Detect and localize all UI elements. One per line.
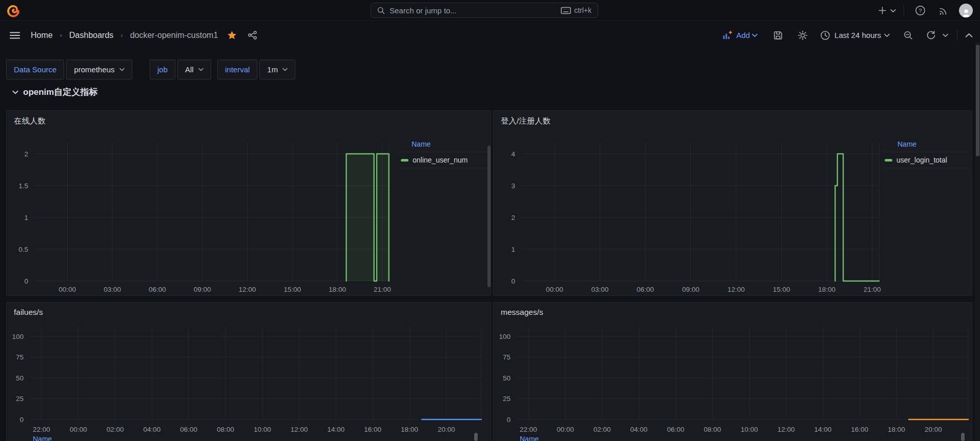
x-tick-label: 02:00 xyxy=(594,426,611,433)
grafana-logo[interactable] xyxy=(6,3,21,17)
page-scrollbar-thumb[interactable] xyxy=(976,45,979,156)
y-tick-label: 1 xyxy=(24,214,28,222)
row-openim-custom-metrics[interactable]: openim自定义指标 xyxy=(12,86,97,98)
share-icon xyxy=(248,30,257,40)
refresh-interval-chevron[interactable] xyxy=(943,33,948,37)
x-tick-label: 21:00 xyxy=(374,286,391,293)
legend-column-header[interactable]: Name xyxy=(33,435,52,441)
star-icon xyxy=(227,30,237,40)
zoom-out-time-button[interactable] xyxy=(903,30,913,41)
panel-title[interactable]: failues/s xyxy=(14,308,43,317)
plus-icon xyxy=(878,6,887,15)
chart-messages: 22:0000:0002:0004:0006:0008:0010:0012:00… xyxy=(494,303,972,441)
chevron-down-icon xyxy=(12,90,18,94)
x-tick-label: 09:00 xyxy=(194,286,211,293)
chevron-down-icon xyxy=(884,33,890,37)
variable-interval: interval 1m xyxy=(217,59,295,79)
legend-column-header[interactable]: Name xyxy=(520,435,539,441)
x-tick-label: 18:00 xyxy=(329,286,346,293)
time-range-picker[interactable]: Last 24 hours xyxy=(820,30,890,41)
refresh-button[interactable] xyxy=(926,30,936,41)
dashboard-settings-button[interactable] xyxy=(798,30,808,41)
save-icon xyxy=(773,30,783,41)
panel-messages: 22:0000:0002:0004:0006:0008:0010:0012:00… xyxy=(493,302,972,441)
x-tick-label: 00:00 xyxy=(557,426,574,433)
legend-swatch-icon xyxy=(401,159,409,162)
panel-title[interactable]: messages/s xyxy=(501,308,543,317)
panel-login-register: 00:0003:0006:0009:0012:0015:0018:0021:00… xyxy=(493,110,972,296)
variable-job-value[interactable]: All xyxy=(177,59,211,79)
x-tick-label: 00:00 xyxy=(59,286,76,293)
legend-item-label: online_user_num xyxy=(413,156,467,164)
legend: Nameuser_login_total xyxy=(882,138,969,168)
user-silhouette-icon xyxy=(961,8,971,17)
panel-failures: 22:0000:0002:0004:0006:0008:0010:0012:00… xyxy=(6,302,491,441)
variable-datasource-label[interactable]: Data Source xyxy=(6,59,64,79)
add-panel-label: Add xyxy=(736,31,750,39)
mega-menu-button[interactable] xyxy=(9,31,21,40)
breadcrumb-separator: › xyxy=(120,31,122,39)
variable-job-label[interactable]: job xyxy=(150,59,175,79)
x-tick-label: 18:00 xyxy=(401,426,418,433)
avatar[interactable] xyxy=(959,4,973,17)
svg-text:?: ? xyxy=(918,8,922,14)
news-button[interactable] xyxy=(938,6,948,16)
chart-online-users: 00:0003:0006:0009:0012:0015:0018:0021:00… xyxy=(7,111,491,295)
chevron-up-icon xyxy=(965,33,973,38)
y-tick-label: 0 xyxy=(511,277,515,285)
favorite-star-button[interactable] xyxy=(227,30,237,40)
x-tick-label: 20:00 xyxy=(438,426,455,433)
variable-interval-label[interactable]: interval xyxy=(217,59,257,79)
legend-item[interactable]: user_login_total xyxy=(882,152,969,168)
x-tick-label: 04:00 xyxy=(630,426,648,433)
x-tick-label: 18:00 xyxy=(818,286,835,293)
y-tick-label: 2 xyxy=(24,150,28,158)
y-tick-label: 100 xyxy=(12,333,24,340)
y-tick-label: 0.5 xyxy=(18,246,28,253)
variable-interval-value[interactable]: 1m xyxy=(259,59,295,79)
x-tick-label: 09:00 xyxy=(682,286,700,293)
new-plus-button[interactable] xyxy=(878,6,887,15)
y-tick-label: 50 xyxy=(16,374,24,382)
top-nav-bar: Search or jump to... ctrl+k xyxy=(0,0,980,21)
share-button[interactable] xyxy=(248,30,257,40)
refresh-icon xyxy=(926,30,936,41)
breadcrumb-home[interactable]: Home xyxy=(31,31,53,40)
legend-scrollbar[interactable] xyxy=(961,433,965,441)
legend-item-label: user_login_total xyxy=(896,156,947,164)
chart-canvas: 22:0000:0002:0004:0006:0008:0010:0012:00… xyxy=(494,303,972,441)
help-icon: ? xyxy=(915,5,926,16)
y-tick-label: 25 xyxy=(16,395,24,403)
toolbar-divider xyxy=(957,30,957,41)
variable-job: job All xyxy=(150,59,211,79)
variable-datasource-value[interactable]: prometheus xyxy=(66,59,132,79)
y-tick-label: 25 xyxy=(503,395,511,403)
x-tick-label: 14:00 xyxy=(328,426,345,433)
legend-scrollbar[interactable] xyxy=(474,433,478,441)
save-dashboard-button[interactable] xyxy=(773,30,783,41)
x-tick-label: 20:00 xyxy=(925,426,942,433)
chevron-down-icon xyxy=(943,33,948,37)
add-panel-button[interactable]: Add xyxy=(722,30,758,40)
panel-title[interactable]: 登入/注册人数 xyxy=(501,116,550,127)
chevron-down-icon xyxy=(752,33,758,37)
breadcrumb-dashboards[interactable]: Dashboards xyxy=(69,31,113,40)
x-tick-label: 16:00 xyxy=(364,426,381,433)
y-tick-label: 0 xyxy=(24,277,28,285)
search-input[interactable]: Search or jump to... ctrl+k xyxy=(371,3,598,18)
x-tick-label: 15:00 xyxy=(773,286,790,293)
x-tick-label: 08:00 xyxy=(217,426,234,433)
x-tick-label: 22:00 xyxy=(33,426,50,433)
legend-item[interactable]: online_user_num xyxy=(398,152,488,168)
new-menu-chevron[interactable] xyxy=(890,9,896,13)
legend-column-header[interactable]: Name xyxy=(398,138,488,152)
collapse-toolbar-button[interactable] xyxy=(965,33,973,38)
legend-scrollbar[interactable] xyxy=(487,146,491,287)
x-tick-label: 06:00 xyxy=(149,286,166,293)
panel-title[interactable]: 在线人数 xyxy=(14,116,46,127)
legend-column-header[interactable]: Name xyxy=(882,138,969,152)
search-shortcut: ctrl+k xyxy=(561,6,591,14)
x-tick-label: 02:00 xyxy=(107,426,124,433)
help-button[interactable]: ? xyxy=(915,5,926,16)
x-tick-label: 06:00 xyxy=(667,426,684,433)
